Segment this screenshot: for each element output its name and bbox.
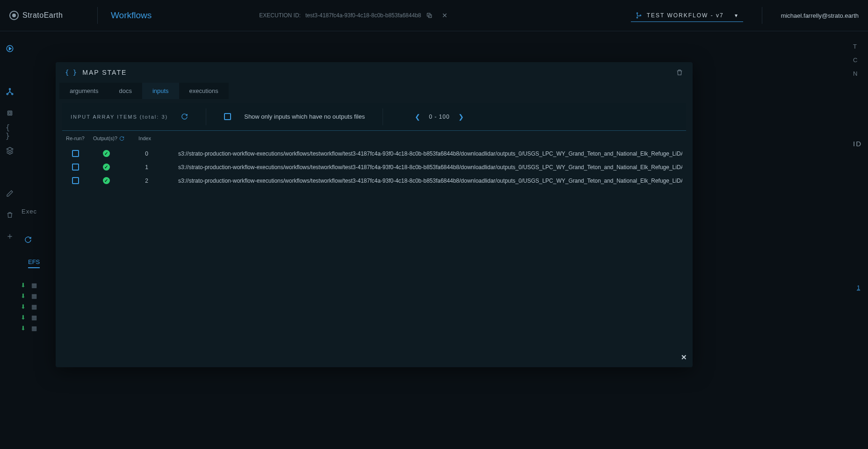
input-rows: ✓ 0 s3://strato-production-workflow-exec… xyxy=(56,144,693,190)
output-success-icon: ✓ xyxy=(103,177,110,184)
right-id-label: ID xyxy=(853,140,862,148)
download-icon: ⬇ xyxy=(21,292,26,299)
brand-name: StratoEarth xyxy=(22,11,63,20)
row-path: s3://strato-production-workflow-executio… xyxy=(159,150,682,157)
pager-range: 0 - 100 xyxy=(429,114,449,120)
download-item[interactable]: ⬇▦ xyxy=(20,303,37,310)
storage-icon: ▦ xyxy=(31,325,37,332)
row-path: s3://strato-production-workflow-executio… xyxy=(159,178,682,184)
modal-close-icon[interactable]: ✕ xyxy=(681,353,687,362)
storage-icon: ▦ xyxy=(31,303,37,310)
execution-id-display: EXECUTION ID: test3-4187fc4a-93f0-4c18-8… xyxy=(259,12,447,19)
download-item[interactable]: ⬇▦ xyxy=(20,325,37,332)
rerun-checkbox[interactable] xyxy=(72,150,79,157)
svg-rect-10 xyxy=(8,111,12,115)
refresh-executions-icon[interactable] xyxy=(24,236,32,243)
output-success-icon: ✓ xyxy=(103,150,110,157)
tab-arguments[interactable]: arguments xyxy=(59,83,108,99)
delete-button[interactable] xyxy=(676,69,683,76)
rerun-checkbox[interactable] xyxy=(72,177,79,184)
output-success-icon: ✓ xyxy=(103,164,110,171)
column-headers: Re-run? Output(s)? Index xyxy=(56,131,693,144)
rerun-checkbox[interactable] xyxy=(72,164,79,171)
right-letter: N xyxy=(853,70,857,77)
download-item[interactable]: ⬇▦ xyxy=(20,292,37,299)
top-bar: StratoEarth Workflows EXECUTION ID: test… xyxy=(0,0,868,31)
svg-marker-6 xyxy=(9,47,12,50)
map-state-icon: { } xyxy=(65,69,77,76)
execution-id-value: test3-4187fc4a-93f0-4c18-8c0b-b853fa6844… xyxy=(305,12,421,19)
pager-prev-icon[interactable]: ❮ xyxy=(415,113,420,121)
pencil-icon[interactable] xyxy=(6,189,14,198)
svg-point-7 xyxy=(9,88,11,90)
svg-point-9 xyxy=(12,93,13,95)
tab-inputs[interactable]: inputs xyxy=(142,83,179,99)
user-email[interactable]: michael.farrelly@strato.earth xyxy=(762,7,859,24)
svg-point-8 xyxy=(7,93,8,95)
separator xyxy=(97,7,98,24)
close-execution-icon[interactable]: ✕ xyxy=(442,12,448,19)
download-icon: ⬇ xyxy=(21,314,26,321)
efs-tab[interactable]: EFS xyxy=(28,258,40,268)
filter-bar: INPUT ARRAY ITEMS (total: 3) Show only i… xyxy=(62,103,686,131)
download-icon: ⬇ xyxy=(21,282,26,289)
separator xyxy=(206,108,206,125)
chip-icon[interactable] xyxy=(6,109,14,117)
dropdown-caret-icon: ▾ xyxy=(735,12,738,19)
input-row: ✓ 1 s3://strato-production-workflow-exec… xyxy=(66,160,682,174)
show-only-no-outputs-checkbox[interactable] xyxy=(224,113,231,120)
col-rerun-header: Re-run? xyxy=(66,135,85,141)
input-array-label: INPUT ARRAY ITEMS (total: 3) xyxy=(71,114,168,120)
pager: ❮ 0 - 100 ❯ xyxy=(415,113,463,121)
download-list: ⬇▦ ⬇▦ ⬇▦ ⬇▦ ⬇▦ xyxy=(20,282,37,332)
row-index: 1 xyxy=(128,164,151,171)
right-panel-cropped: T C N ID 1 xyxy=(845,31,868,449)
download-item[interactable]: ⬇▦ xyxy=(20,314,37,321)
input-row: ✓ 0 s3://strato-production-workflow-exec… xyxy=(66,147,682,160)
modal-title: MAP STATE xyxy=(82,69,127,76)
workflow-selector-value: TEST WORKFLOW - v7 xyxy=(647,12,730,19)
play-icon[interactable] xyxy=(6,44,14,53)
workflow-selector[interactable]: TEST WORKFLOW - v7 ▾ xyxy=(631,9,743,22)
svg-marker-12 xyxy=(7,147,13,151)
storage-icon: ▦ xyxy=(31,314,37,321)
brand-logo-icon xyxy=(9,11,19,20)
plus-icon[interactable] xyxy=(6,232,14,241)
svg-point-3 xyxy=(637,17,637,18)
show-only-no-outputs-label: Show only inputs which have no outputs f… xyxy=(244,113,365,120)
section-title[interactable]: Workflows xyxy=(111,10,152,21)
col-index-header: Index xyxy=(128,135,151,141)
right-letter: C xyxy=(853,57,857,64)
row-path: s3://strato-production-workflow-executio… xyxy=(159,164,682,171)
refresh-outputs-icon[interactable] xyxy=(119,136,124,141)
trash-icon[interactable] xyxy=(6,211,14,219)
separator xyxy=(383,108,383,125)
right-link-one[interactable]: 1 xyxy=(857,284,860,291)
row-index: 2 xyxy=(128,178,151,184)
execution-id-label: EXECUTION ID: xyxy=(259,12,301,19)
col-outputs-header: Output(s)? xyxy=(93,135,119,141)
download-icon: ⬇ xyxy=(21,325,26,332)
input-row: ✓ 2 s3://strato-production-workflow-exec… xyxy=(66,174,682,187)
svg-point-4 xyxy=(640,14,641,15)
storage-icon: ▦ xyxy=(31,292,37,299)
map-state-modal: { } MAP STATE arguments docs inputs exec… xyxy=(56,62,693,367)
storage-icon: ▦ xyxy=(31,282,37,289)
executions-panel-label: Exec xyxy=(22,208,37,215)
tab-docs[interactable]: docs xyxy=(108,83,142,99)
refresh-inputs-icon[interactable] xyxy=(181,113,188,120)
workflow-branch-icon xyxy=(636,12,642,19)
brand[interactable]: StratoEarth xyxy=(9,11,84,20)
download-icon: ⬇ xyxy=(21,303,26,310)
pager-next-icon[interactable]: ❯ xyxy=(458,113,464,121)
brackets-icon[interactable]: { } xyxy=(6,128,14,136)
right-letter: T xyxy=(853,43,857,50)
graph-node-icon[interactable] xyxy=(6,87,14,96)
layers-icon[interactable] xyxy=(6,146,14,155)
row-index: 0 xyxy=(128,150,151,157)
download-item[interactable]: ⬇▦ xyxy=(20,282,37,289)
svg-point-2 xyxy=(637,13,637,14)
tab-executions[interactable]: executions xyxy=(179,83,229,99)
copy-icon[interactable] xyxy=(426,12,433,19)
left-nav-rail: { } xyxy=(0,31,20,449)
